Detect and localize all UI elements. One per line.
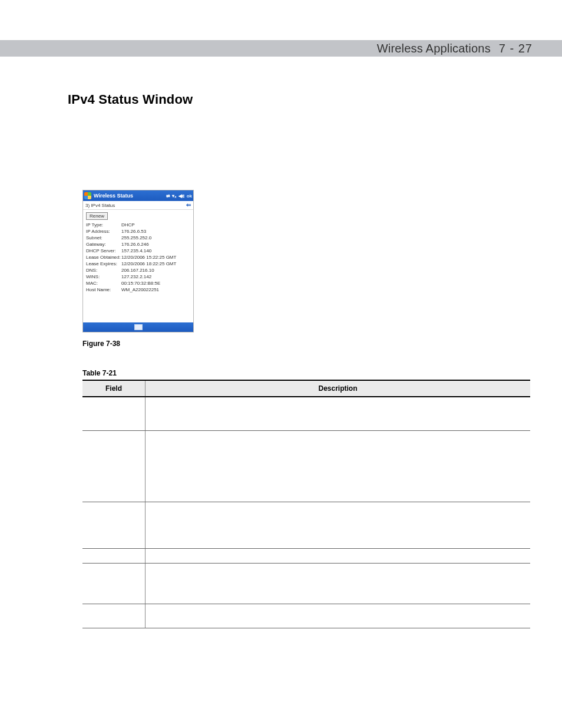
page-content: IPv4 Status Window Wireless Status ⇄ ▾ₓ …: [0, 57, 562, 628]
status-key: Gateway:: [86, 241, 121, 248]
windows-flag-icon: [84, 192, 91, 199]
status-row: IP Type:DHCP: [86, 222, 190, 228]
status-val: 176.26.6.246: [121, 241, 190, 248]
status-row: Lease Obtained:12/20/2006 15:22:25 GMT: [86, 254, 190, 261]
figure-caption: Figure 7-38: [82, 340, 533, 348]
status-key: Host Name:: [86, 286, 121, 293]
screenshot-bottombar: [83, 322, 193, 332]
status-val: 176.26.6.53: [121, 228, 190, 235]
status-val: 157.235.4.140: [121, 248, 190, 254]
status-key: MAC:: [86, 280, 121, 286]
status-row: MAC:00:15:70:32:B8:5E: [86, 280, 190, 286]
status-key: IP Address:: [86, 228, 121, 235]
table-header-description: Description: [146, 380, 531, 397]
page-number: 7 - 27: [499, 42, 533, 55]
field-description-table: Field Description: [82, 380, 530, 628]
table-row: [82, 549, 530, 564]
ok-button[interactable]: ok: [187, 193, 192, 199]
status-val: 12/20/2006 15:22:25 GMT: [121, 254, 190, 261]
section-heading: IPv4 Status Window: [68, 92, 533, 107]
status-val: 206.167.216.10: [121, 267, 190, 274]
intro-paragraph-area: [68, 119, 533, 190]
system-tray: ⇄ ▾ₓ ◀ϵ ok: [166, 193, 192, 199]
table-caption: Table 7-21: [82, 369, 533, 377]
status-row: Subnet:255.255.252.0: [86, 235, 190, 241]
table-row: [82, 431, 530, 502]
signal-icon: ▾ₓ: [172, 193, 177, 199]
status-row: Lease Expires:12/20/2006 18:22:25 GMT: [86, 261, 190, 267]
screenshot-title: Wireless Status: [94, 193, 164, 199]
screenshot-subbar: 3) IPv4 Status ⇐: [83, 201, 193, 210]
status-val: WM_A220022251: [121, 286, 190, 293]
status-row: IP Address:176.26.6.53: [86, 228, 190, 235]
status-val: 255.255.252.0: [121, 235, 190, 241]
keyboard-icon[interactable]: [134, 324, 143, 330]
status-key: Subnet:: [86, 235, 121, 241]
volume-icon: ◀ϵ: [178, 193, 185, 199]
status-key: IP Type:: [86, 222, 121, 228]
status-row: Gateway:176.26.6.246: [86, 241, 190, 248]
status-val: 127.232.2.142: [121, 274, 190, 280]
page-header-bar: Wireless Applications 7 - 27: [0, 40, 562, 57]
screenshot-body: Renew IP Type:DHCP IP Address:176.26.6.5…: [83, 210, 193, 322]
status-row: DNS:206.167.216.10: [86, 267, 190, 274]
status-key: WINS:: [86, 274, 121, 280]
table-header-field: Field: [82, 380, 146, 397]
screenshot-titlebar: Wireless Status ⇄ ▾ₓ ◀ϵ ok: [83, 190, 193, 201]
table-row: [82, 397, 530, 431]
renew-button[interactable]: Renew: [86, 212, 108, 220]
status-key: Lease Obtained:: [86, 254, 121, 261]
status-row: DHCP Server:157.235.4.140: [86, 248, 190, 254]
top-whitespace: [0, 0, 562, 40]
device-screenshot: Wireless Status ⇄ ▾ₓ ◀ϵ ok 3) IPv4 Statu…: [82, 190, 194, 332]
table-row: [82, 502, 530, 549]
back-arrow-icon[interactable]: ⇐: [186, 202, 191, 208]
status-key: DHCP Server:: [86, 248, 121, 254]
status-key: Lease Expires:: [86, 261, 121, 267]
table-row: [82, 564, 530, 604]
subbar-label: 3) IPv4 Status: [85, 203, 115, 208]
status-val: 12/20/2006 18:22:25 GMT: [121, 261, 190, 267]
status-row: WINS:127.232.2.142: [86, 274, 190, 280]
screenshot-empty-space: [86, 293, 190, 321]
status-val: DHCP: [121, 222, 190, 228]
connectivity-icon: ⇄: [166, 193, 170, 199]
page-header-title: Wireless Applications: [377, 42, 491, 55]
status-val: 00:15:70:32:B8:5E: [121, 280, 190, 286]
table-row: [82, 604, 530, 628]
status-row: Host Name:WM_A220022251: [86, 286, 190, 293]
status-key: DNS:: [86, 267, 121, 274]
